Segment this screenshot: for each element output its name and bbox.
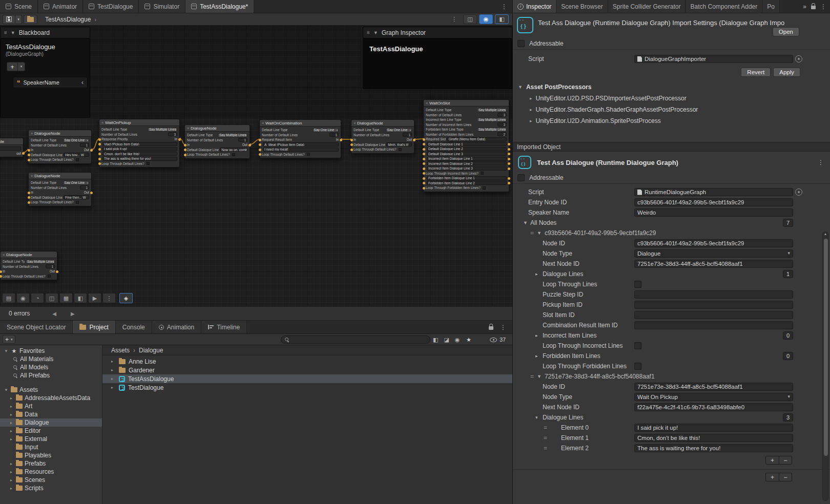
value-field[interactable] (634, 290, 793, 299)
favorite-icon[interactable]: ★ (465, 337, 472, 343)
output-port-icon[interactable] (90, 149, 93, 152)
input-port-icon[interactable] (423, 162, 425, 165)
node-title[interactable]: ≡DialogueNode (351, 120, 414, 127)
asset-tools-icon[interactable]: ◪ (444, 337, 449, 343)
output-port-icon[interactable] (508, 143, 510, 145)
drag-handle-icon[interactable]: = (544, 424, 552, 431)
apply-button[interactable]: Apply (773, 68, 800, 77)
input-port-icon[interactable] (423, 158, 425, 160)
input-port-icon[interactable] (423, 138, 425, 141)
tree-folder-item[interactable]: ▸Scripts (0, 484, 102, 492)
graph-tool-button[interactable]: ⋮ (102, 293, 116, 303)
graph-node-waitonslot[interactable]: ≡WaitOnSlot Default Line TypeSay Multipl… (423, 99, 509, 192)
node-row[interactable]: Loop Through Forbidden Item Lines? (424, 185, 509, 191)
next-error-icon[interactable]: ▶ (71, 311, 75, 317)
drag-handle-icon[interactable]: ≡ (367, 30, 370, 35)
checkbox[interactable] (634, 342, 641, 349)
output-port-icon[interactable] (508, 167, 510, 170)
node-row[interactable]: InOut (29, 190, 91, 195)
input-port-icon[interactable] (350, 139, 353, 141)
foldout-arrow-icon[interactable] (535, 353, 543, 359)
save-dropdown-button[interactable]: ▾ (15, 15, 22, 24)
node-row[interactable]: Forbidden Item Dialogue Line 1 (424, 176, 509, 181)
checkbox[interactable] (634, 281, 641, 288)
output-port-icon[interactable] (508, 162, 510, 165)
all-nodes-foldout[interactable]: ▼ All Nodes 7 (513, 218, 830, 228)
input-port-icon[interactable] (184, 144, 186, 146)
more-tabs-icon[interactable]: » (803, 3, 806, 10)
node-row[interactable]: Loop Through Default Lines? (260, 152, 341, 157)
node-row[interactable]: Number of Default Lines1 (185, 138, 250, 143)
value-field[interactable] (634, 301, 793, 309)
input-port-icon[interactable] (423, 148, 425, 151)
value-field[interactable]: c93b5606-401f-49a2-99b5-9ecbf1fa9c29 (634, 198, 793, 206)
output-port-icon[interactable] (508, 182, 510, 184)
graph-view-toggle[interactable]: ◫ (463, 14, 477, 24)
tab-scene-browser[interactable]: Scene Browser (556, 0, 608, 13)
addressable-checkbox[interactable] (517, 40, 525, 47)
tree-folder-item[interactable]: ▸Dialogue (0, 418, 102, 427)
node-row[interactable]: I said pick it up! (99, 146, 179, 152)
node-row[interactable]: Default Line TypeSay Multiple Lines (424, 108, 509, 113)
value-field[interactable]: Weirdo (634, 208, 793, 217)
script-field[interactable]: DialogueGraphImporter (634, 55, 793, 63)
asset-list-item[interactable]: ▸TestAssDialogue (102, 374, 512, 383)
node-row[interactable]: Incorrect Item Dialogue Line 3 (424, 166, 509, 171)
tree-folder-item[interactable]: ▸Resources (0, 468, 102, 476)
graph-node-waitonpickup[interactable]: ≡WaitOnPickup Default Line TypeSay Multi… (99, 119, 180, 167)
node-row[interactable]: Number of Default Lines3 (424, 113, 509, 118)
node-row[interactable]: Loop Through Default Lines? (1, 274, 57, 279)
tree-folder-item[interactable]: ▸AddressableAssetsData (0, 394, 102, 402)
node-row[interactable]: Loop Through Default Lines? (29, 200, 91, 205)
node-row[interactable]: Number of Default Lines1 (351, 133, 414, 138)
drag-handle-icon[interactable]: = (530, 229, 534, 237)
output-port-icon[interactable] (508, 177, 510, 180)
scroll-up-icon[interactable]: ▲ (823, 232, 828, 236)
node-title[interactable]: ≡WaitOnPickup (99, 119, 179, 126)
output-port-icon[interactable] (22, 152, 25, 155)
foldout-arrow-icon[interactable]: ▼ (11, 30, 15, 35)
tab-simulator[interactable]: Simulator (139, 0, 185, 13)
save-search-icon[interactable]: ◧ (433, 337, 438, 343)
array-size-field[interactable]: 0 (783, 331, 793, 340)
object-picker-icon[interactable] (795, 188, 802, 196)
value-field[interactable]: RuntimeDialogueGraph (634, 188, 793, 196)
output-port-icon[interactable] (508, 153, 510, 155)
value-field[interactable]: c93b5606-401f-49a2-99b5-9ecbf1fa9c29 (634, 239, 793, 247)
node-row[interactable]: InOut (185, 142, 250, 148)
input-port-icon[interactable] (184, 149, 186, 151)
node-row[interactable]: I need my meat! (260, 147, 341, 152)
tab-batch-component-adder[interactable]: Batch Component Adder (686, 0, 762, 13)
asset-list-item[interactable]: ▸Anne Lise (102, 357, 512, 366)
input-port-icon[interactable] (98, 138, 101, 141)
node-group-header[interactable]: = ▼ c93b5606-401f-49a2-99b5-9ecbf1fa9c29 (513, 228, 830, 238)
graph-menu-icon[interactable]: ⋮ (447, 16, 461, 23)
graph-tool-button[interactable]: ▶ (88, 293, 101, 303)
expand-arrow-icon[interactable]: ▸ (111, 368, 116, 372)
node-row[interactable]: Loop Through Default Lines? (29, 157, 91, 162)
tab-clipped[interactable]: Po (762, 0, 780, 13)
node-row[interactable]: Loop Through Default Lines? (99, 161, 179, 166)
graph-tool-button[interactable]: ◉ (16, 293, 30, 303)
expand-arrow-icon[interactable]: ▸ (9, 421, 14, 425)
node-row[interactable]: Loop Through Default Lines? (351, 147, 414, 152)
node-row[interactable]: Default Line TypeSay Multiple Lines (99, 127, 179, 132)
expand-arrow-icon[interactable]: ▸ (9, 404, 14, 409)
expand-arrow-icon[interactable]: ▸ (9, 396, 14, 401)
graph-inspector-header[interactable]: ≡ ▼ Graph Inspector (363, 27, 512, 38)
input-port-icon[interactable] (28, 201, 30, 204)
add-element-button[interactable]: + (766, 473, 779, 481)
input-port-icon[interactable] (423, 167, 425, 170)
graph-tool-button[interactable]: ▦ (59, 293, 73, 303)
tree-folder-item[interactable]: ▸Editor (0, 427, 102, 435)
node-row[interactable]: Default Line TypeSay One Line (29, 180, 91, 185)
input-port-icon[interactable] (184, 154, 186, 156)
output-port-icon[interactable] (56, 270, 58, 273)
foldout-arrow-icon[interactable] (535, 271, 543, 277)
expand-arrow-icon[interactable]: ▸ (9, 437, 14, 442)
input-port-icon[interactable] (259, 139, 261, 141)
tab-testdialogue[interactable]: TestDialogue (83, 0, 139, 13)
node-row[interactable]: Number of Default Lines1 (1, 264, 57, 269)
node-row[interactable]: InOut (1, 269, 57, 274)
tree-folder-item[interactable]: ▸Prefabs (0, 459, 102, 468)
